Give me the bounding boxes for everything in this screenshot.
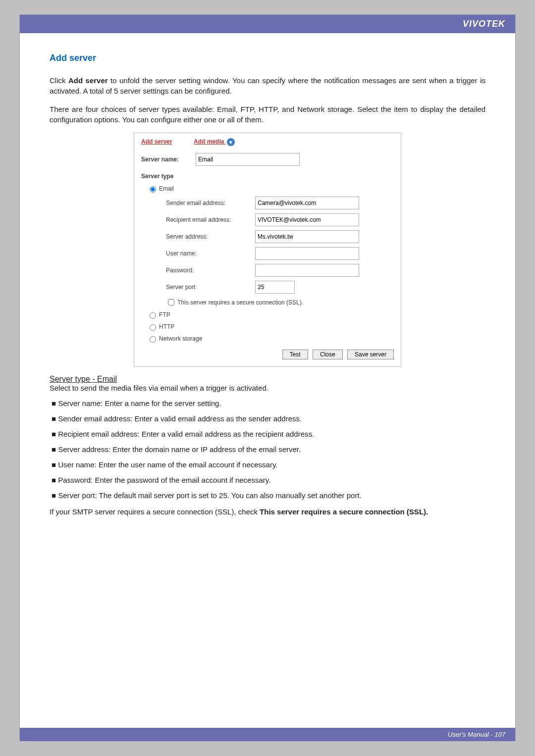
ssl-note: If your SMTP server requires a secure co…: [50, 506, 485, 517]
server-address-input[interactable]: [255, 230, 359, 243]
bullet-password: Password: Enter the password of the emai…: [50, 476, 485, 484]
tab-add-server[interactable]: Add server: [141, 138, 172, 145]
tab-add-media[interactable]: Add media ▾: [194, 138, 235, 146]
username-label: User name:: [166, 250, 255, 257]
ssl-checkbox[interactable]: [168, 299, 174, 305]
close-button[interactable]: Close: [313, 350, 343, 359]
panel-tabs: Add server Add media ▾: [141, 138, 394, 146]
bullet-server-name: Server name: Enter a name for the server…: [50, 399, 485, 407]
radio-ftp[interactable]: [150, 312, 156, 319]
recipient-input[interactable]: [255, 213, 359, 226]
server-type-heading: Server type: [141, 173, 394, 180]
footer-text: User's Manual - 107: [448, 731, 505, 738]
username-input[interactable]: [255, 247, 359, 260]
sender-input[interactable]: [255, 197, 359, 209]
p1-bold: Add server: [68, 76, 108, 85]
server-port-label: Server port: [166, 284, 255, 291]
radio-ftp-label: FTP: [159, 311, 170, 318]
radio-http-label: HTTP: [159, 323, 174, 330]
radio-http[interactable]: [150, 324, 156, 331]
test-button[interactable]: Test: [282, 350, 308, 359]
password-input[interactable]: [255, 264, 359, 277]
section-title: Add server: [50, 53, 485, 63]
bullet-recipient: Recipient email address: Enter a valid e…: [50, 430, 485, 438]
add-media-badge-icon: ▾: [227, 138, 235, 146]
footer-bar: User's Manual - 107: [20, 728, 515, 741]
radio-network-storage[interactable]: [150, 336, 156, 343]
server-name-label: Server name:: [141, 156, 196, 163]
server-name-input[interactable]: [196, 153, 300, 166]
radio-email-label: Email: [159, 185, 174, 192]
sender-label: Sender email address:: [166, 200, 255, 206]
server-type-email-heading: Server type - Email: [50, 375, 485, 384]
server-config-panel: Add server Add media ▾ Server name: Serv…: [134, 133, 401, 367]
server-address-label: Server address:: [166, 233, 255, 240]
bullet-sender: Sender email address: Enter a valid emai…: [50, 414, 485, 423]
server-port-input[interactable]: [255, 281, 295, 294]
email-fields-group: Sender email address: Recipient email ad…: [166, 197, 394, 294]
p1-post: to unfold the server setting window. You…: [50, 76, 485, 95]
header-bar: VIVOTEK: [20, 15, 515, 33]
bullet-username: User name: Enter the user name of the em…: [50, 460, 485, 469]
radio-network-storage-label: Network storage: [159, 335, 202, 342]
server-type-email-sub: Select to send the media files via email…: [50, 384, 485, 392]
bullet-server-address: Server address: Enter the domain name or…: [50, 445, 485, 454]
ssl-checkbox-label: This server requires a secure connection…: [177, 299, 303, 306]
ssl-note-bold: This server requires a secure connection…: [260, 507, 428, 516]
ssl-note-pre: If your SMTP server requires a secure co…: [50, 507, 260, 516]
intro-paragraph-1: Click Add server to unfold the server se…: [50, 75, 485, 96]
bullet-server-port: Server port: The default mail server por…: [50, 491, 485, 500]
radio-email[interactable]: [150, 186, 156, 193]
tab-add-media-label: Add media: [194, 138, 224, 145]
save-server-button[interactable]: Save server: [347, 350, 394, 359]
intro-paragraph-2: There are four choices of server types a…: [50, 104, 485, 125]
recipient-label: Recipient email address:: [166, 216, 255, 223]
password-label: Password:: [166, 267, 255, 274]
brand-label: VIVOTEK: [463, 19, 505, 29]
p1-pre: Click: [50, 76, 68, 85]
